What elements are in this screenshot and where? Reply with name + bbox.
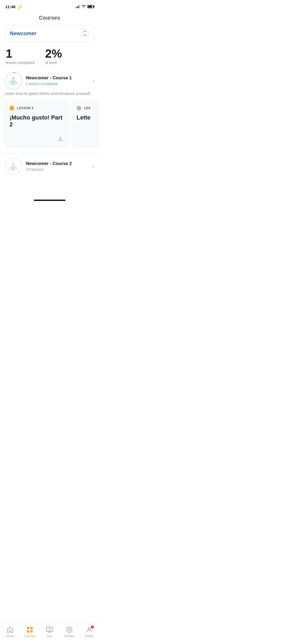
page-title: Courses xyxy=(0,12,99,25)
battery-icon xyxy=(87,5,94,8)
lesson-3-title: Lette xyxy=(77,114,99,121)
signal-icon xyxy=(75,5,80,8)
svg-point-7 xyxy=(13,167,17,170)
percent-label: of level xyxy=(45,61,62,65)
course-2-subtitle: 10 lessons xyxy=(26,167,88,172)
svg-point-0 xyxy=(5,73,22,90)
progress-ring xyxy=(4,72,23,91)
chevron-updown-icon xyxy=(81,29,89,38)
course-2-card[interactable]: Newcomer - Course 2 10 lessons › xyxy=(5,158,94,175)
lesson-3-card[interactable]: LES Lette xyxy=(72,101,99,147)
lesson-3-number: LES xyxy=(84,106,91,110)
lesson-2-header: LESSON 2 xyxy=(10,106,63,111)
course-1-icon xyxy=(5,72,22,89)
lesson-2-card[interactable]: LESSON 2 ¡Mucho gusto! Part 2 xyxy=(5,101,68,147)
download-icon xyxy=(58,136,63,143)
svg-point-9 xyxy=(13,163,14,164)
percent-value: 2% xyxy=(45,48,62,59)
lesson-2-title: ¡Mucho gusto! Part 2 xyxy=(10,114,63,128)
course-1-arrow-icon: › xyxy=(92,78,94,84)
status-icons xyxy=(75,5,94,8)
percent-stat: 2% of level xyxy=(45,48,62,65)
level-label: Newcomer xyxy=(10,30,36,36)
course-2-title: Newcomer - Course 2 xyxy=(26,161,88,166)
lessons-label: lesson completed xyxy=(6,61,35,65)
lessons-stat: 1 lesson completed xyxy=(6,48,35,65)
lessons-count: 1 xyxy=(6,48,35,59)
course-2-plant-icon xyxy=(8,162,18,171)
lesson-3-header: LES xyxy=(77,106,99,111)
moon-icon: 🌙 xyxy=(17,4,21,9)
lesson-3-dot xyxy=(77,106,81,111)
section-divider xyxy=(0,153,99,154)
lesson-2-number: LESSON 2 xyxy=(17,106,34,110)
lessons-scroll[interactable]: LESSON 2 ¡Mucho gusto! Part 2 LES Lette xyxy=(0,100,99,151)
status-bar: 11:48 🌙 xyxy=(0,0,99,12)
wifi-icon xyxy=(82,5,86,8)
course-1-title: Newcomer - Course 1 xyxy=(26,75,88,81)
course-1-description: Learn how to greet others and introduce … xyxy=(5,91,94,96)
course-1-card[interactable]: Newcomer - Course 1 1 lesson completed › xyxy=(5,72,94,89)
course-1-info: Newcomer - Course 1 1 lesson completed xyxy=(26,75,88,86)
course-1-subtitle: 1 lesson completed xyxy=(26,82,88,86)
lesson-2-dot xyxy=(10,106,14,111)
course-2-info: Newcomer - Course 2 10 lessons xyxy=(26,161,88,172)
level-selector[interactable]: Newcomer xyxy=(5,25,94,42)
home-indicator xyxy=(34,200,65,201)
status-time: 11:48 xyxy=(5,4,15,9)
stats-row: 1 lesson completed 2% of level xyxy=(0,48,99,72)
course-2-icon xyxy=(5,158,22,175)
course-2-arrow-icon: › xyxy=(92,163,94,169)
svg-point-6 xyxy=(10,167,13,170)
